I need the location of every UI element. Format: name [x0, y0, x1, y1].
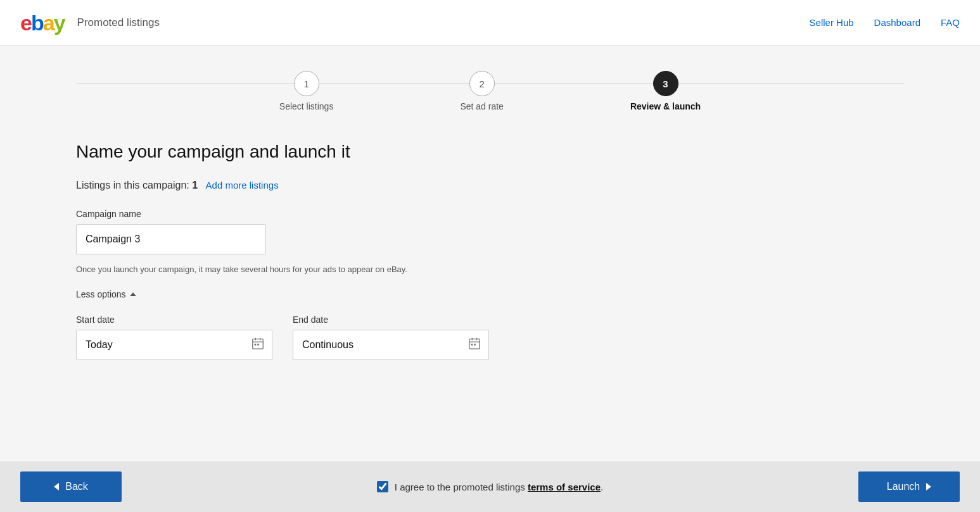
- header-nav: Seller Hub Dashboard FAQ: [810, 17, 960, 28]
- end-date-label: End date: [293, 315, 489, 325]
- add-more-listings-link[interactable]: Add more listings: [206, 180, 279, 190]
- step-2-label: Set ad rate: [460, 101, 504, 111]
- back-button[interactable]: Back: [20, 471, 122, 502]
- app-subtitle: Promoted listings: [77, 16, 160, 29]
- main-content: 1 Select listings 2 Set ad rate 3 Review…: [0, 46, 980, 461]
- listings-count-row: Listings in this campaign: 1 Add more li…: [76, 180, 904, 191]
- terms-checkbox[interactable]: [377, 481, 388, 492]
- less-options-toggle[interactable]: Less options: [76, 289, 904, 299]
- listings-prefix: Listings in this campaign:: [76, 180, 189, 190]
- step-3-label: Review & launch: [630, 101, 701, 111]
- less-options-label: Less options: [76, 289, 126, 299]
- terms-text: I agree to the promoted listings terms o…: [395, 482, 603, 492]
- terms-of-service-link[interactable]: terms of service: [528, 482, 601, 492]
- footer: Back I agree to the promoted listings te…: [0, 461, 980, 512]
- step-1-circle: 1: [294, 71, 319, 96]
- campaign-name-label: Campaign name: [76, 209, 904, 219]
- end-date-group: End date: [293, 315, 489, 360]
- campaign-name-input[interactable]: [76, 224, 266, 254]
- chevron-up-icon: [130, 292, 136, 296]
- stepper: 1 Select listings 2 Set ad rate 3 Review…: [76, 71, 904, 111]
- step-1-label: Select listings: [279, 101, 334, 111]
- step-3-circle: 3: [653, 71, 678, 96]
- launch-label: Launch: [887, 481, 920, 492]
- ebay-logo: ebay: [20, 12, 65, 34]
- terms-area: I agree to the promoted listings terms o…: [377, 481, 603, 492]
- seller-hub-link[interactable]: Seller Hub: [810, 17, 854, 28]
- start-date-input[interactable]: [76, 330, 272, 360]
- step-3: 3 Review & launch: [630, 71, 701, 111]
- step-1: 1 Select listings: [279, 71, 334, 111]
- chevron-right-icon: [926, 483, 931, 490]
- back-label: Back: [65, 481, 88, 492]
- step-2-circle: 2: [469, 71, 495, 96]
- help-text: Once you launch your campaign, it may ta…: [76, 265, 519, 274]
- launch-button[interactable]: Launch: [858, 471, 960, 502]
- end-date-wrapper: [293, 330, 489, 360]
- dashboard-link[interactable]: Dashboard: [874, 17, 920, 28]
- listings-number: 1: [192, 180, 198, 190]
- stepper-steps: 1 Select listings 2 Set ad rate 3 Review…: [279, 71, 701, 111]
- step-2: 2 Set ad rate: [460, 71, 504, 111]
- start-date-label: Start date: [76, 315, 272, 325]
- chevron-left-icon: [54, 483, 59, 490]
- header-left: ebay Promoted listings: [20, 12, 160, 34]
- page-title: Name your campaign and launch it: [76, 142, 904, 162]
- header: ebay Promoted listings Seller Hub Dashbo…: [0, 0, 980, 46]
- date-fields: Start date End date: [76, 315, 904, 360]
- end-date-input[interactable]: [293, 330, 489, 360]
- start-date-wrapper: [76, 330, 272, 360]
- start-date-group: Start date: [76, 315, 272, 360]
- faq-link[interactable]: FAQ: [941, 17, 960, 28]
